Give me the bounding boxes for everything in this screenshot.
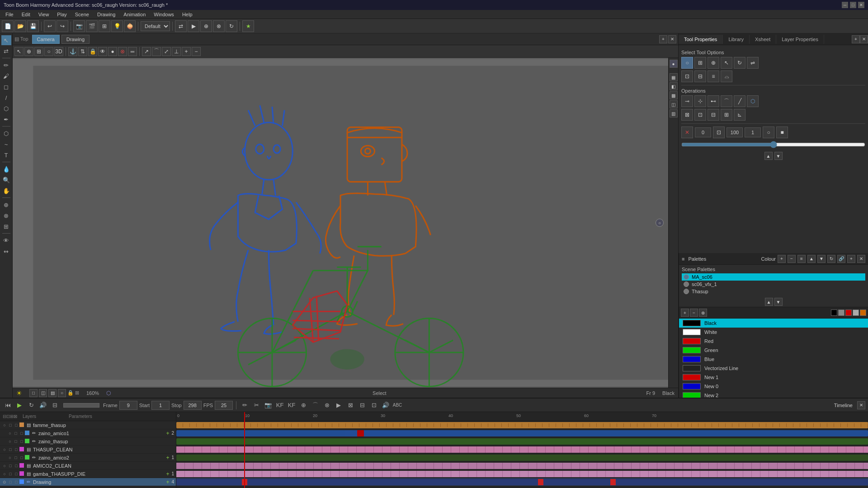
lc-lock7[interactable]: □ bbox=[8, 471, 13, 477]
layer-amico2-clean[interactable]: ○ □ □ ▤ AMICO2_CLEAN bbox=[0, 462, 176, 470]
layer-dr-add[interactable]: + bbox=[166, 479, 169, 485]
bar-zt[interactable] bbox=[176, 438, 868, 445]
bar-tc[interactable] bbox=[176, 446, 868, 453]
canvas-onion-btn[interactable]: ○ bbox=[44, 47, 53, 56]
palettes-expand-icon[interactable]: ≡ bbox=[682, 256, 684, 262]
color-new2[interactable]: New 2 bbox=[679, 391, 868, 398]
op-smooth-icon[interactable]: ⌒ bbox=[721, 95, 732, 107]
menu-view[interactable]: View bbox=[35, 11, 53, 18]
color-add-btn[interactable]: + bbox=[681, 309, 689, 317]
color-blue[interactable]: Blue bbox=[679, 355, 868, 364]
palette-link-btn[interactable]: 🔗 bbox=[837, 255, 845, 263]
bar-za2[interactable] bbox=[176, 455, 868, 461]
tl-anim-btn[interactable]: ▶ bbox=[334, 400, 344, 410]
expand-down-button[interactable]: ▼ bbox=[774, 152, 783, 160]
view-layer4-button[interactable]: ◫ bbox=[670, 100, 678, 108]
op-circle-icon[interactable]: ○ bbox=[763, 127, 774, 138]
lc-eye8[interactable]: ⊙ bbox=[2, 479, 7, 485]
canvas-plus-btn[interactable]: + bbox=[182, 47, 191, 56]
tool-bone[interactable]: ⊕ bbox=[1, 200, 11, 210]
tl-scissor-btn[interactable]: ✂ bbox=[251, 400, 261, 410]
bar-a2c[interactable] bbox=[176, 463, 868, 469]
drawing-canvas-area[interactable]: ○ bbox=[13, 58, 668, 388]
lc-cam4[interactable]: □ bbox=[14, 447, 19, 452]
select-transform-icon[interactable]: ⊕ bbox=[708, 57, 719, 69]
tl-loop-button[interactable]: ↻ bbox=[26, 400, 36, 410]
value-num-input[interactable] bbox=[745, 127, 761, 137]
render-button[interactable]: 🎬 bbox=[86, 20, 98, 32]
lc-lock3[interactable]: □ bbox=[13, 439, 19, 444]
lc-eye2[interactable]: ○ bbox=[7, 431, 13, 436]
color-red[interactable]: Red bbox=[679, 337, 868, 346]
lc-eye5[interactable]: ○ bbox=[7, 455, 13, 460]
op-r2-4-icon[interactable]: ⊞ bbox=[721, 109, 732, 121]
lc-lock6[interactable]: □ bbox=[8, 463, 13, 469]
color-white[interactable]: White bbox=[679, 328, 868, 337]
layer-zaino-amico1[interactable]: ○ □ □ ✏ zaino_amico1 + 2 bbox=[0, 429, 176, 437]
lc-lock[interactable]: □ bbox=[8, 422, 13, 428]
tab-drawing[interactable]: Drawing bbox=[61, 35, 90, 44]
layer-gamba-thasupp[interactable]: ○ □ □ ▤ gamba_THASUPP_DIE + 1 bbox=[0, 470, 176, 478]
op-square-icon[interactable]: ■ bbox=[776, 127, 788, 138]
panel-add-button[interactable]: + bbox=[852, 35, 860, 43]
palette-settings-btn[interactable]: ≡ bbox=[797, 255, 806, 263]
tool-eraser[interactable]: ◻ bbox=[1, 82, 11, 92]
select-move-icon[interactable]: ↖ bbox=[721, 57, 732, 69]
tool-ink[interactable]: ✒ bbox=[1, 114, 11, 124]
tool-slider[interactable] bbox=[681, 141, 865, 148]
panel-close-button[interactable]: ✕ bbox=[860, 35, 868, 43]
palette-item-thasup[interactable]: Thasup bbox=[682, 288, 865, 295]
close-button[interactable]: ✕ bbox=[858, 2, 864, 8]
status-layer-btn[interactable]: ▤ bbox=[48, 389, 57, 397]
tl-wave-btn[interactable]: ⌒ bbox=[310, 400, 320, 410]
menu-edit[interactable]: Edit bbox=[18, 11, 34, 18]
peg-button[interactable]: ⊕ bbox=[200, 20, 212, 32]
lc-cam2[interactable]: □ bbox=[19, 431, 24, 436]
canvas-lock-btn[interactable]: 🔒 bbox=[88, 47, 97, 56]
color-remove-btn[interactable]: − bbox=[690, 309, 698, 317]
stop-input[interactable] bbox=[184, 401, 202, 410]
lc-cam7[interactable]: □ bbox=[14, 471, 19, 477]
sort-down-btn[interactable]: ▼ bbox=[774, 298, 783, 306]
color-new0a[interactable]: New 0 bbox=[679, 382, 868, 391]
canvas-bezier-btn[interactable]: ⌒ bbox=[152, 47, 161, 56]
swatch-red[interactable] bbox=[845, 310, 852, 316]
minimize-button[interactable]: ─ bbox=[842, 2, 848, 8]
tool-brush[interactable]: 🖌 bbox=[1, 71, 11, 81]
palette-remove-btn[interactable]: − bbox=[788, 255, 796, 263]
op-x-icon[interactable]: ✕ bbox=[681, 127, 693, 138]
palette-close-btn[interactable]: + bbox=[847, 255, 855, 263]
tool-transform[interactable]: ⇄ bbox=[1, 46, 11, 56]
tab-library[interactable]: Library bbox=[723, 35, 750, 44]
value-size-input[interactable] bbox=[726, 127, 743, 137]
opt-align-icon[interactable]: ≡ bbox=[708, 70, 719, 82]
camera-orbit-button[interactable]: ○ bbox=[656, 219, 664, 227]
swatch-ltgray[interactable] bbox=[853, 310, 859, 316]
color-green[interactable]: Green bbox=[679, 346, 868, 355]
onion-button[interactable]: 🧅 bbox=[124, 20, 136, 32]
status-cam-btn[interactable]: □ bbox=[29, 389, 38, 397]
new-scene-button[interactable]: 📄 bbox=[2, 20, 14, 32]
lc-cam[interactable]: □ bbox=[14, 422, 19, 428]
op-flatten-icon[interactable]: ⊸ bbox=[681, 95, 693, 107]
view-layer1-button[interactable]: ▦ bbox=[670, 73, 678, 81]
layer-zaino-amico2[interactable]: ○ □ □ ✏ zaino_amico2 + 1 bbox=[0, 454, 176, 462]
start-input[interactable] bbox=[151, 401, 170, 410]
palette-reload-btn[interactable]: ↻ bbox=[827, 255, 835, 263]
view-3d-button[interactable]: ● bbox=[670, 60, 678, 68]
tab-layer-properties[interactable]: Layer Properties bbox=[776, 35, 824, 44]
fps-input[interactable] bbox=[215, 401, 233, 410]
tab-tool-properties[interactable]: Tool Properties bbox=[679, 35, 723, 44]
layer-gt-add[interactable]: + bbox=[166, 471, 169, 477]
op-r2-5-icon[interactable]: ⊾ bbox=[734, 109, 745, 121]
bar-famme[interactable] bbox=[176, 422, 868, 428]
status-comp-btn[interactable]: ◫ bbox=[39, 389, 47, 397]
tool-hand[interactable]: ✋ bbox=[1, 186, 11, 196]
tool-text[interactable]: T bbox=[1, 150, 11, 160]
op-color-icon[interactable]: ⬡ bbox=[747, 95, 759, 107]
canvas-flatten-btn[interactable]: ═ bbox=[128, 47, 137, 56]
timeline-playhead[interactable] bbox=[244, 412, 245, 488]
tab-xsheet[interactable]: Xsheet bbox=[750, 35, 776, 44]
select-rotate-icon[interactable]: ↻ bbox=[734, 57, 745, 69]
op-group-icon[interactable]: ⊹ bbox=[694, 95, 706, 107]
